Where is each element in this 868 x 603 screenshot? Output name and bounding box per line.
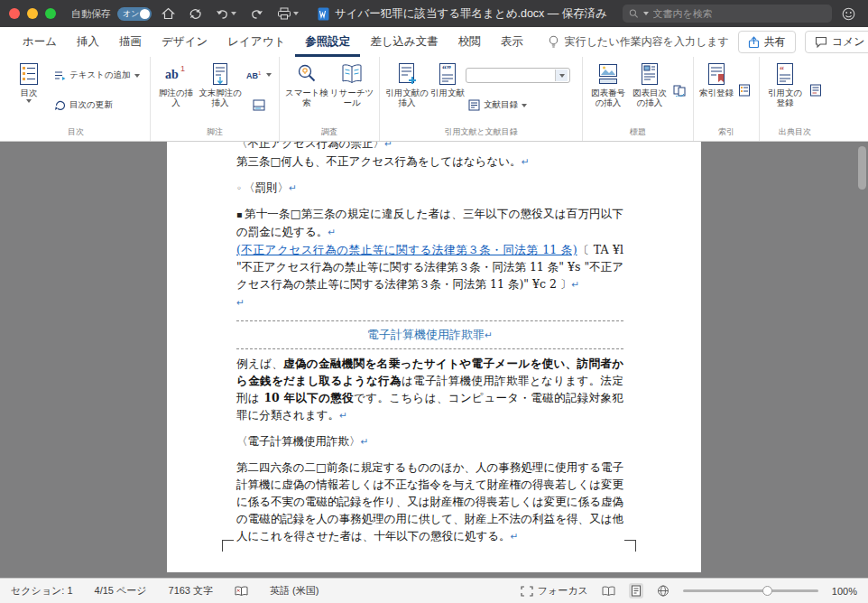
undo-button[interactable] xyxy=(212,4,240,23)
autosave-toggle[interactable]: オン xyxy=(117,7,152,21)
search-scope-chevron-icon xyxy=(643,12,649,15)
citations-button[interactable]: “” 引用文献 xyxy=(429,59,466,97)
redo-icon xyxy=(250,8,263,20)
insert-tof-button[interactable]: 図表目次の挿入 xyxy=(629,59,670,107)
smart-lookup-label: スマート検索 xyxy=(284,88,329,107)
document-icon xyxy=(318,7,329,21)
text-run: 例えば、 xyxy=(236,357,283,370)
bibliography-button[interactable]: 文献目録 xyxy=(466,97,530,113)
document-page[interactable]: 〈不正アクセス行為の禁止〉↵ 第三条□何人も、不正アクセス行為をしてはならない。… xyxy=(167,142,701,572)
citation-hyperlink[interactable]: (不正アクセス行為の禁止等に関する法律第３条・同法第 11 条) xyxy=(236,243,577,256)
tab-draw[interactable]: 描画 xyxy=(109,27,152,57)
text-run: 第二四六条の二□前条に規定するもののほか、人の事務処理に使用する電子計算機に虚偽… xyxy=(236,460,623,543)
share-button[interactable]: 共有 xyxy=(738,31,796,53)
ribbon-tab-row: ホーム 挿入 描画 デザイン レイアウト 参照設定 差し込み文書 校閲 表示 実… xyxy=(0,27,868,57)
comments-button[interactable]: コメント xyxy=(805,31,868,53)
paragraph-article11: ▪第十一条□第三条の規定に違反した者は、三年以下の懲役又は百万円以下の罰金に処す… xyxy=(236,205,623,241)
insert-index-button[interactable] xyxy=(735,82,753,98)
print-layout-icon xyxy=(631,585,642,597)
titlebar: 自動保存 オン サイバー犯罪に該当する罪名まとめ.docx — 保存済み xyxy=(0,0,868,27)
window-title: サイバー犯罪に該当する罪名まとめ.docx — 保存済み xyxy=(335,6,607,22)
zoom-level[interactable]: 100% xyxy=(832,586,857,597)
tab-references[interactable]: 参照設定 xyxy=(295,27,360,57)
focus-icon xyxy=(521,586,533,597)
tell-me-box[interactable]: 実行したい作業内容を入力します xyxy=(548,27,729,57)
tab-home[interactable]: ホーム xyxy=(13,27,67,57)
autosave-label: 自動保存 xyxy=(71,7,111,21)
print-layout-button[interactable] xyxy=(629,583,643,598)
zoom-slider-thumb[interactable] xyxy=(762,586,772,596)
vertical-scrollbar-thumb[interactable] xyxy=(858,146,866,190)
language-selector[interactable]: 英語 (米国) xyxy=(270,584,319,598)
section-indicator[interactable]: セクション: 1 xyxy=(11,584,73,598)
researcher-button[interactable]: リサーチツール xyxy=(329,59,374,107)
search-input[interactable] xyxy=(653,8,826,19)
focus-mode-button[interactable]: フォーカス xyxy=(521,584,588,598)
show-notes-button[interactable] xyxy=(250,97,268,113)
mark-citation-label: 引用文の登録 xyxy=(764,88,806,107)
insert-footnote-button[interactable]: ab1 脚注の挿入 xyxy=(155,59,197,107)
text-run: 第十一条□第三条の規定に違反した者は、三年以下の懲役又は百万円以下の罰金に処する… xyxy=(236,207,623,238)
focus-label: フォーカス xyxy=(538,584,588,598)
paragraph-mark: ↵ xyxy=(361,436,369,447)
insert-toa-button[interactable] xyxy=(807,82,825,98)
bibliography-label: 文献目録 xyxy=(484,99,518,111)
add-text-chevron-icon xyxy=(134,74,140,78)
add-text-button[interactable]: テキストの追加 xyxy=(51,68,145,83)
redo-button[interactable] xyxy=(246,4,267,23)
web-layout-button[interactable] xyxy=(657,585,669,597)
text-boundary-mark xyxy=(222,540,234,552)
home-button[interactable] xyxy=(158,4,179,23)
text-run: 第三条□何人も、不正アクセス行為をしてはならない。 xyxy=(236,154,522,168)
word-count[interactable]: 7163 文字 xyxy=(169,584,214,598)
fullscreen-button[interactable] xyxy=(45,8,56,19)
update-toc-button[interactable]: 目次の更新 xyxy=(51,97,145,113)
toc-button-label: 目次 xyxy=(21,88,38,97)
citations-icon: “” xyxy=(437,62,458,86)
toc-button[interactable]: 目次 xyxy=(6,59,51,103)
ribbon-group-footnotes: ab1 脚注の挿入 文末脚注の挿入 AB1 脚注 xyxy=(151,57,280,141)
tab-design[interactable]: デザイン xyxy=(152,27,217,57)
mark-citation-button[interactable]: “ 引用文の登録 xyxy=(764,59,806,107)
svg-text:AB: AB xyxy=(246,71,258,80)
tab-mailings[interactable]: 差し込み文書 xyxy=(360,27,448,57)
researcher-label: リサーチツール xyxy=(329,88,374,107)
next-footnote-button[interactable]: AB1 xyxy=(244,68,274,82)
tab-view[interactable]: 表示 xyxy=(491,27,533,57)
researcher-icon xyxy=(340,62,364,86)
read-mode-icon xyxy=(602,586,615,597)
close-button[interactable] xyxy=(9,8,20,19)
insert-caption-button[interactable]: 図表番号の挿入 xyxy=(587,59,629,107)
save-button[interactable] xyxy=(185,4,206,23)
smart-lookup-button[interactable]: スマート検索 xyxy=(284,59,329,107)
insert-endnote-label: 文末脚注の挿入 xyxy=(197,88,244,107)
paragraph-mark: ↵ xyxy=(384,142,392,149)
mark-entry-button[interactable]: 索引登録 xyxy=(698,59,734,97)
zoom-slider[interactable] xyxy=(683,589,818,592)
tab-insert[interactable]: 挿入 xyxy=(67,27,109,57)
comment-icon xyxy=(815,36,827,48)
tab-review[interactable]: 校閲 xyxy=(448,27,491,57)
proofing-button[interactable] xyxy=(235,586,248,597)
read-mode-button[interactable] xyxy=(602,586,615,597)
feedback-button[interactable] xyxy=(838,4,859,23)
add-text-label: テキストの追加 xyxy=(69,70,131,81)
section-heading-block: 電子計算機使用詐欺罪↵ xyxy=(236,320,623,349)
paragraph-empty: ↵ xyxy=(236,293,623,311)
print-icon xyxy=(277,7,291,20)
tab-layout[interactable]: レイアウト xyxy=(217,27,295,57)
group-label-toc: 目次 xyxy=(6,126,145,141)
group-label-captions: 標題 xyxy=(587,126,688,141)
paragraph-mark: ↵ xyxy=(328,227,336,237)
search-icon xyxy=(629,8,639,19)
insert-citation-button[interactable]: 引用文献の挿入 xyxy=(384,59,429,107)
print-button[interactable] xyxy=(273,4,302,23)
citation-style-dropdown[interactable] xyxy=(466,68,570,83)
print-chevron-icon xyxy=(293,12,299,15)
insert-endnote-button[interactable]: 文末脚注の挿入 xyxy=(197,59,244,107)
cross-reference-button[interactable] xyxy=(670,83,688,98)
page-indicator[interactable]: 4/15 ページ xyxy=(95,584,147,598)
group-label-footnotes: 脚注 xyxy=(155,126,274,141)
search-box[interactable] xyxy=(623,5,832,23)
minimize-button[interactable] xyxy=(27,8,38,19)
